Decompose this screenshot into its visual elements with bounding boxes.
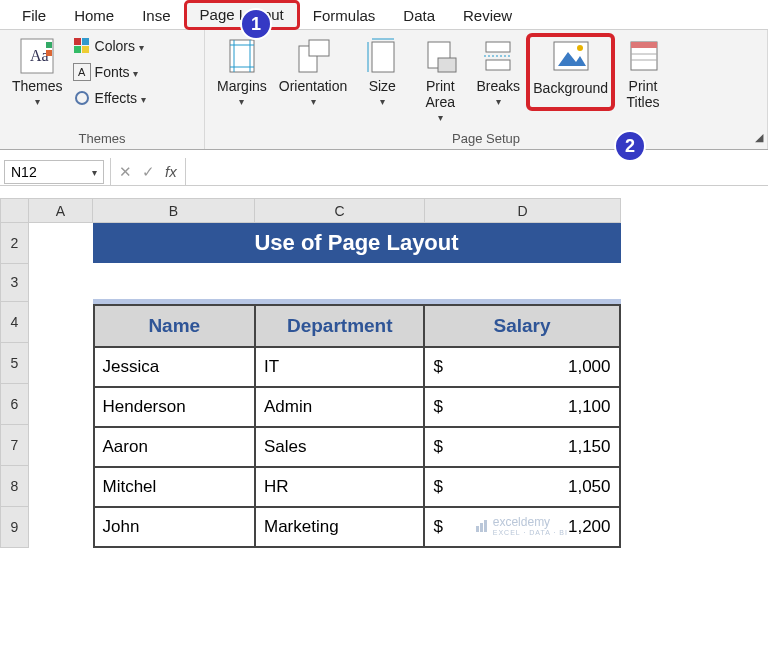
tab-data[interactable]: Data <box>389 3 449 29</box>
chevron-down-icon: ▾ <box>496 96 501 107</box>
watermark-sub: EXCEL · DATA · BI <box>493 529 568 536</box>
tab-formulas[interactable]: Formulas <box>299 3 390 29</box>
svg-rect-20 <box>438 58 456 72</box>
col-header-B[interactable]: B <box>93 199 255 223</box>
col-header-A[interactable]: A <box>29 199 93 223</box>
tab-file[interactable]: File <box>8 3 60 29</box>
chevron-down-icon: ▾ <box>141 94 146 105</box>
print-area-label: Print Area <box>425 78 455 110</box>
size-button[interactable]: Size ▾ <box>353 34 411 109</box>
header-department[interactable]: Department <box>255 305 424 347</box>
svg-rect-33 <box>484 520 487 532</box>
margins-button[interactable]: Margins ▾ <box>211 34 273 109</box>
chevron-down-icon: ▾ <box>380 96 385 107</box>
watermark-brand: exceldemy <box>493 515 568 529</box>
dialog-launcher-icon[interactable]: ◢ <box>755 131 763 144</box>
svg-rect-4 <box>74 38 81 45</box>
tab-insert[interactable]: Inse <box>128 3 184 29</box>
print-titles-button[interactable]: Print Titles <box>614 34 672 112</box>
print-area-button[interactable]: Print Area ▾ <box>411 34 469 125</box>
print-titles-label: Print Titles <box>627 78 660 110</box>
themes-button[interactable]: Aa Themes ▾ <box>6 34 69 109</box>
chevron-down-icon[interactable]: ▾ <box>92 167 97 178</box>
col-header-D[interactable]: D <box>425 199 621 223</box>
svg-rect-7 <box>82 46 89 53</box>
svg-text:Aa: Aa <box>30 47 49 64</box>
svg-rect-2 <box>46 42 52 48</box>
themes-label: Themes <box>12 78 63 94</box>
callout-2: 2 <box>614 130 646 162</box>
breaks-label: Breaks <box>476 78 520 94</box>
row-header-6[interactable]: 6 <box>1 383 29 424</box>
select-all-corner[interactable] <box>1 199 29 223</box>
header-salary[interactable]: Salary <box>424 305 619 347</box>
title-cell[interactable]: Use of Page Layout <box>93 223 621 264</box>
name-box[interactable]: N12 ▾ <box>4 160 104 184</box>
print-area-icon <box>420 36 460 76</box>
size-icon <box>362 36 402 76</box>
callout-1: 1 <box>240 8 272 40</box>
table-row[interactable]: HendersonAdmin$1,100 <box>94 387 620 427</box>
svg-rect-21 <box>486 42 510 52</box>
chevron-down-icon: ▾ <box>239 96 244 107</box>
tab-home[interactable]: Home <box>60 3 128 29</box>
fx-icon[interactable]: fx <box>165 163 177 180</box>
svg-rect-28 <box>631 42 657 48</box>
svg-point-8 <box>76 92 88 104</box>
spreadsheet-grid[interactable]: A B C D 2 Use of Page Layout 3 4 Name De… <box>0 198 621 548</box>
row-header-8[interactable]: 8 <box>1 465 29 506</box>
svg-rect-6 <box>74 46 81 53</box>
effects-icon <box>73 89 91 107</box>
colors-icon <box>73 37 91 55</box>
col-header-C[interactable]: C <box>255 199 425 223</box>
table-row[interactable]: AaronSales$1,150 <box>94 427 620 467</box>
chevron-down-icon: ▾ <box>139 42 144 53</box>
orientation-label: Orientation <box>279 78 347 94</box>
svg-rect-16 <box>372 42 394 72</box>
watermark: exceldemy EXCEL · DATA · BI <box>475 515 568 536</box>
ribbon: Aa Themes ▾ Colors ▾ A Fonts ▾ Effects ▾ <box>0 30 768 150</box>
row-header-9[interactable]: 9 <box>1 506 29 547</box>
watermark-icon <box>475 519 489 533</box>
margins-icon <box>222 36 262 76</box>
colors-label: Colors <box>95 38 135 54</box>
row-header-5[interactable]: 5 <box>1 342 29 383</box>
breaks-button[interactable]: Breaks ▾ <box>469 34 527 109</box>
orientation-button[interactable]: Orientation ▾ <box>273 34 353 109</box>
colors-button[interactable]: Colors ▾ <box>73 34 146 58</box>
background-button[interactable]: Background <box>527 34 614 110</box>
breaks-icon <box>478 36 518 76</box>
themes-icon: Aa <box>18 36 56 76</box>
header-name[interactable]: Name <box>94 305 256 347</box>
table-row[interactable]: JessicaIT$1,000 <box>94 347 620 387</box>
effects-label: Effects <box>95 90 138 106</box>
svg-rect-3 <box>46 50 52 56</box>
effects-button[interactable]: Effects ▾ <box>73 86 146 110</box>
formula-bar-row: N12 ▾ ✕ ✓ fx <box>0 158 768 186</box>
enter-icon: ✓ <box>142 163 155 181</box>
row-header-3[interactable]: 3 <box>1 263 29 301</box>
size-label: Size <box>369 78 396 94</box>
ribbon-tabs: File Home Inse Page Layout Formulas Data… <box>0 0 768 30</box>
svg-rect-22 <box>486 60 510 70</box>
row-header-4[interactable]: 4 <box>1 301 29 342</box>
chevron-down-icon: ▾ <box>133 68 138 79</box>
fonts-label: Fonts <box>95 64 130 80</box>
row-header-7[interactable]: 7 <box>1 424 29 465</box>
fonts-icon: A <box>73 63 91 81</box>
orientation-icon <box>293 36 333 76</box>
chevron-down-icon: ▾ <box>438 112 443 123</box>
row-header-2[interactable]: 2 <box>1 223 29 264</box>
table-row[interactable]: MitchelHR$1,050 <box>94 467 620 507</box>
fonts-button[interactable]: A Fonts ▾ <box>73 60 146 84</box>
margins-label: Margins <box>217 78 267 94</box>
data-table: Name Department Salary JessicaIT$1,000 H… <box>93 304 621 548</box>
name-box-value: N12 <box>11 164 37 180</box>
svg-rect-15 <box>309 40 329 56</box>
themes-group-label: Themes <box>0 129 204 149</box>
formula-input[interactable] <box>186 160 768 184</box>
background-label: Background <box>533 80 608 96</box>
chevron-down-icon: ▾ <box>311 96 316 107</box>
tab-review[interactable]: Review <box>449 3 526 29</box>
background-icon <box>550 36 592 78</box>
